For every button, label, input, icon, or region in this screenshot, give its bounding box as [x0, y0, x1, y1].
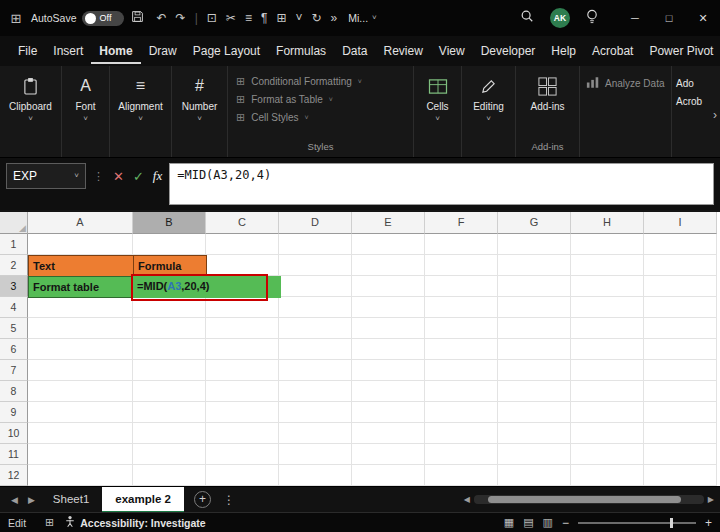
sheet-tab-sheet1[interactable]: Sheet1 [40, 487, 102, 513]
menu-tab-acrobat[interactable]: Acrobat [584, 39, 641, 64]
cell-f12[interactable] [425, 465, 498, 486]
alignment-group-button[interactable]: ≡ Alignment ˅ [110, 66, 172, 157]
sheet-nav-left-icon[interactable]: ◀ [6, 495, 23, 505]
cell-f4[interactable] [425, 297, 498, 318]
styles-item-1[interactable]: ⊞Format as Table˅ [236, 90, 362, 108]
cell-f3[interactable] [425, 276, 498, 297]
cell-e6[interactable] [352, 339, 425, 360]
cell-c8[interactable] [206, 381, 279, 402]
print-icon[interactable]: ⊡ [207, 12, 217, 24]
cancel-entry-button[interactable]: ✕ [113, 169, 124, 184]
row-header-7[interactable]: 7 [0, 360, 28, 381]
cell-a1[interactable] [28, 234, 133, 255]
cell-g6[interactable] [498, 339, 571, 360]
cell-g7[interactable] [498, 360, 571, 381]
insert-function-button[interactable]: fx [153, 168, 162, 184]
cell-h8[interactable] [571, 381, 644, 402]
cell-e2[interactable] [352, 255, 425, 276]
maximize-button[interactable]: □ [652, 0, 686, 36]
cell-f9[interactable] [425, 402, 498, 423]
cell-g9[interactable] [498, 402, 571, 423]
cell-e9[interactable] [352, 402, 425, 423]
zoom-slider-thumb[interactable] [670, 518, 673, 528]
lightbulb-icon[interactable] [586, 9, 598, 28]
menu-tab-data[interactable]: Data [334, 39, 375, 64]
cell-g12[interactable] [498, 465, 571, 486]
scroll-right-icon[interactable]: ▶ [708, 495, 714, 504]
cell-c7[interactable] [206, 360, 279, 381]
menu-tab-power-pivot[interactable]: Power Pivot [641, 39, 720, 64]
cell-e7[interactable] [352, 360, 425, 381]
cell-i1[interactable] [644, 234, 717, 255]
column-header-i[interactable]: I [644, 212, 717, 234]
save-icon[interactable] [131, 10, 144, 26]
column-header-c[interactable]: C [206, 212, 279, 234]
sheet-nav-right-icon[interactable]: ▶ [23, 495, 40, 505]
cell-e1[interactable] [352, 234, 425, 255]
menu-tab-file[interactable]: File [10, 39, 45, 64]
cell-g11[interactable] [498, 444, 571, 465]
search-icon[interactable] [520, 9, 534, 27]
sheet-more-menu-icon[interactable]: ⋮ [223, 493, 235, 507]
cell-h5[interactable] [571, 318, 644, 339]
cell-e5[interactable] [352, 318, 425, 339]
cell-e11[interactable] [352, 444, 425, 465]
font-group-button[interactable]: A Font ˅ [62, 66, 110, 157]
quick-access-more-menu[interactable]: Mi... ˅ [348, 12, 377, 24]
cell-f8[interactable] [425, 381, 498, 402]
cell-f11[interactable] [425, 444, 498, 465]
row-header-5[interactable]: 5 [0, 318, 28, 339]
keyboard-settings-icon[interactable]: ⊞ [45, 516, 54, 529]
cell-c11[interactable] [206, 444, 279, 465]
cell-c10[interactable] [206, 423, 279, 444]
cell-d12[interactable] [279, 465, 352, 486]
cell-h7[interactable] [571, 360, 644, 381]
cell-b7[interactable] [133, 360, 206, 381]
zoom-out-button[interactable]: − [562, 516, 569, 530]
cell-d9[interactable] [279, 402, 352, 423]
cell-f7[interactable] [425, 360, 498, 381]
cell-b5[interactable] [133, 318, 206, 339]
cell-h2[interactable] [571, 255, 644, 276]
cell-d4[interactable] [279, 297, 352, 318]
redo-icon[interactable]: ↷ [176, 12, 186, 24]
close-button[interactable]: ✕ [686, 0, 720, 36]
row-header-12[interactable]: 12 [0, 465, 28, 486]
cell-e12[interactable] [352, 465, 425, 486]
account-avatar[interactable]: AK [550, 8, 570, 28]
row-header-11[interactable]: 11 [0, 444, 28, 465]
cell-c2[interactable] [206, 255, 279, 276]
cell-a7[interactable] [28, 360, 133, 381]
column-header-g[interactable]: G [498, 212, 571, 234]
row-header-6[interactable]: 6 [0, 339, 28, 360]
editing-group-button[interactable]: Editing ˅ [462, 66, 516, 157]
cell-c12[interactable] [206, 465, 279, 486]
cell-b8[interactable] [133, 381, 206, 402]
styles-item-0[interactable]: ⊞Conditional Formatting˅ [236, 72, 362, 90]
cell-c5[interactable] [206, 318, 279, 339]
cell-a4[interactable] [28, 297, 133, 318]
cell-d8[interactable] [279, 381, 352, 402]
cell-i10[interactable] [644, 423, 717, 444]
styles-group-caption[interactable]: Styles [308, 141, 334, 154]
dropdown-icon[interactable]: ˅ [295, 12, 302, 24]
cell-b6[interactable] [133, 339, 206, 360]
cell-d7[interactable] [279, 360, 352, 381]
column-header-b[interactable]: B [133, 212, 206, 234]
app-launcher-icon[interactable]: ⊞ [8, 11, 24, 26]
cell-d1[interactable] [279, 234, 352, 255]
cell-a5[interactable] [28, 318, 133, 339]
cell-d10[interactable] [279, 423, 352, 444]
row-header-9[interactable]: 9 [0, 402, 28, 423]
menu-tab-review[interactable]: Review [375, 39, 430, 64]
cell-c1[interactable] [206, 234, 279, 255]
cell-f6[interactable] [425, 339, 498, 360]
menu-tab-help[interactable]: Help [543, 39, 584, 64]
addins-button-label[interactable]: Add-ins [531, 101, 565, 112]
cell-d2[interactable] [279, 255, 352, 276]
cell-i8[interactable] [644, 381, 717, 402]
row-header-4[interactable]: 4 [0, 297, 28, 318]
format-painter-icon[interactable]: ¶ [261, 12, 267, 24]
cell-h4[interactable] [571, 297, 644, 318]
cell-f5[interactable] [425, 318, 498, 339]
